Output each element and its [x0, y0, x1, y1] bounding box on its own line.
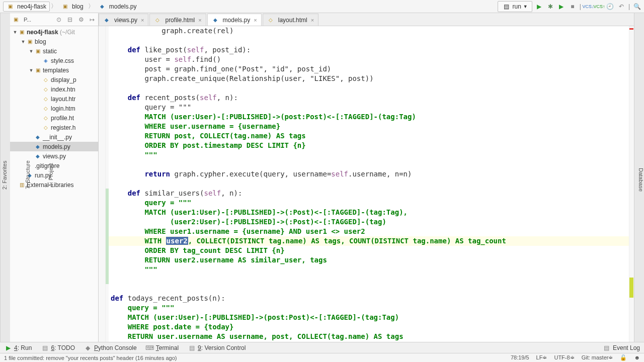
code-line[interactable]: WITH user2, COLLECT(DISTINCT tag.name) A… — [109, 236, 629, 246]
code-line[interactable]: ORDER BY tag_count DESC LIMIT {n} — [109, 246, 629, 255]
line-ending-selector[interactable]: LF≑ — [536, 354, 547, 361]
lock-icon[interactable]: 🔓 — [620, 354, 627, 361]
tree-item[interactable]: ◇login.htm — [10, 104, 98, 113]
tree-item[interactable]: ◇register.h — [10, 123, 98, 132]
tree-root[interactable]: ▼ ▣ neo4j-flask (~/Git — [10, 27, 98, 37]
code-line[interactable]: def todays_recent_posts(n): — [109, 294, 629, 303]
editor-tabs: ◆views.py×◇profile.html×◆models.py×◇layo… — [99, 13, 634, 26]
code-line[interactable]: query = """ — [109, 198, 629, 208]
code-line[interactable]: WHERE user.username = {username} — [109, 122, 629, 131]
expand-toggle-icon[interactable]: ▼ — [28, 68, 34, 73]
stop-icon[interactable]: ■ — [569, 3, 577, 11]
error-stripe[interactable] — [629, 26, 634, 342]
code-line[interactable]: user = self.find() — [109, 55, 629, 64]
code-line[interactable] — [109, 160, 629, 169]
breadcrumb-item[interactable]: ▣blog — [58, 2, 87, 12]
code-line[interactable]: def like_post(self, post_id): — [109, 45, 629, 55]
editor-tab[interactable]: ◇layout.html× — [263, 14, 318, 26]
breadcrumb-item[interactable]: ◆models.py — [95, 2, 140, 12]
caret-position[interactable]: 78:19/5 — [511, 354, 529, 361]
git-branch-selector[interactable]: Git: master≑ — [582, 354, 613, 361]
code-line[interactable]: def similar_users(self, n): — [109, 189, 629, 198]
code-line[interactable] — [109, 179, 629, 189]
close-icon[interactable]: × — [141, 17, 144, 23]
search-icon[interactable]: 🔍 — [633, 3, 641, 11]
encoding-selector[interactable]: UTF-8≑ — [554, 354, 574, 361]
breadcrumb-root[interactable]: ▣neo4j-flask — [3, 2, 50, 12]
collapse-all-icon[interactable]: ⊟ — [66, 16, 74, 24]
code-line[interactable]: """ — [109, 150, 629, 160]
code-line[interactable]: return graph.cypher.execute(query, usern… — [109, 169, 629, 179]
bottom-tab[interactable]: ▶4: Run — [4, 344, 32, 352]
tool-tab-database[interactable]: Database — [638, 168, 644, 192]
run-config-selector[interactable]: ▤run ▼ — [498, 1, 532, 12]
expand-toggle-icon[interactable]: ▼ — [28, 49, 34, 54]
bottom-tab[interactable]: ▤9: Version Control — [188, 344, 246, 352]
code-line[interactable]: query = """ — [109, 103, 629, 112]
code-line[interactable]: graph.create(rel) — [109, 26, 629, 36]
editor-tab[interactable]: ◇profile.html× — [149, 14, 206, 26]
tree-item[interactable]: ▼▣templates — [10, 65, 98, 75]
code-line[interactable]: RETURN user.username AS username, post, … — [109, 332, 629, 341]
code-line[interactable]: """ — [109, 265, 629, 275]
html-icon: ◇ — [42, 96, 49, 103]
code-line[interactable]: WHERE post.date = {today} — [109, 322, 629, 332]
tool-tab-structure[interactable]: 7: Structure — [24, 158, 32, 193]
editor-tab[interactable]: ◆models.py× — [207, 14, 262, 26]
vcs-commit-icon[interactable]: VCS↑ — [595, 3, 603, 11]
run-coverage-icon[interactable]: ▶ — [557, 3, 566, 11]
tree-item[interactable]: ◈style.css — [10, 56, 98, 65]
code-editor[interactable]: graph.create(rel) def like_post(self, po… — [99, 26, 634, 342]
code-line[interactable]: RETURN post, COLLECT(tag.name) AS tags — [109, 131, 629, 141]
code-line[interactable] — [109, 83, 629, 93]
tool-tab-favorites[interactable]: 2: Favorites — [1, 157, 9, 192]
close-icon[interactable]: × — [254, 17, 257, 23]
code-text[interactable]: graph.create(rel) def like_post(self, po… — [109, 26, 629, 342]
tree-item[interactable]: ◇display_p — [10, 75, 98, 84]
code-line[interactable]: graph.create_unique(Relationship(user, "… — [109, 74, 629, 83]
vcs-history-icon[interactable]: 🕘 — [606, 3, 614, 11]
event-log-button[interactable]: ▤Event Log — [603, 344, 640, 352]
code-line[interactable]: MATCH (user1:User)-[:PUBLISHED]->(:Post)… — [109, 208, 629, 217]
bottom-tab[interactable]: ◆Python Console — [84, 344, 137, 352]
hide-icon[interactable]: ↦ — [88, 16, 96, 24]
tree-item[interactable]: ◆__init__.py — [10, 132, 98, 142]
code-line[interactable]: RETURN user2.username AS similar_user, t… — [109, 255, 629, 265]
warning-marker-icon[interactable] — [629, 278, 633, 298]
expand-toggle-icon[interactable]: ▼ — [20, 39, 26, 44]
run-icon[interactable]: ▶ — [535, 3, 543, 11]
bottom-tab[interactable]: ▤6: TODO — [41, 344, 75, 352]
tree-item[interactable]: ▼▣static — [10, 46, 98, 56]
code-line[interactable]: (user2:User)-[:PUBLISHED]->(:Post)<-[:TA… — [109, 217, 629, 227]
close-icon[interactable]: × — [311, 17, 314, 23]
editor-tab[interactable]: ◆views.py× — [99, 14, 148, 26]
project-view-label[interactable]: P... — [24, 17, 31, 23]
code-line[interactable]: MATCH (user:User)-[:PUBLISHED]->(post:Po… — [109, 313, 629, 322]
vcs-update-icon[interactable]: VCS↓ — [584, 3, 592, 11]
tree-item[interactable]: ◇layout.htr — [10, 94, 98, 104]
undo-icon[interactable]: ↶ — [617, 3, 625, 11]
tree-item[interactable]: ◇profile.ht — [10, 113, 98, 123]
error-marker-icon[interactable] — [629, 28, 633, 30]
debug-icon[interactable]: ✱ — [546, 3, 554, 11]
hector-icon[interactable]: ☻ — [634, 354, 640, 361]
tree-item[interactable]: ◇index.htn — [10, 84, 98, 94]
play-icon: ▶ — [4, 344, 12, 352]
code-line[interactable]: MATCH (user:User)-[:PUBLISHED]->(post:Po… — [109, 112, 629, 122]
code-line[interactable]: WHERE user1.username = {username} AND us… — [109, 227, 629, 236]
bottom-tab[interactable]: ⌨Terminal — [146, 344, 179, 352]
tool-tab-project[interactable]: 1: Project — [47, 160, 55, 190]
tree-item[interactable]: ▼▣blog — [10, 37, 98, 46]
code-line[interactable]: query = """ — [109, 303, 629, 313]
scroll-to-source-icon[interactable]: ⊙ — [55, 16, 63, 24]
code-line[interactable]: post = graph.find_one("Post", "id", post… — [109, 64, 629, 74]
code-line[interactable]: def recent_posts(self, n): — [109, 93, 629, 103]
code-line[interactable] — [109, 284, 629, 294]
tree-item[interactable]: ◆models.py — [10, 142, 98, 151]
code-line[interactable]: ORDER BY post.timestamp DESC LIMIT {n} — [109, 141, 629, 150]
code-line[interactable] — [109, 275, 629, 284]
expand-toggle-icon[interactable]: ▼ — [12, 30, 18, 35]
close-icon[interactable]: × — [198, 17, 201, 23]
gear-icon[interactable]: ⚙ — [77, 16, 85, 24]
code-line[interactable] — [109, 36, 629, 45]
